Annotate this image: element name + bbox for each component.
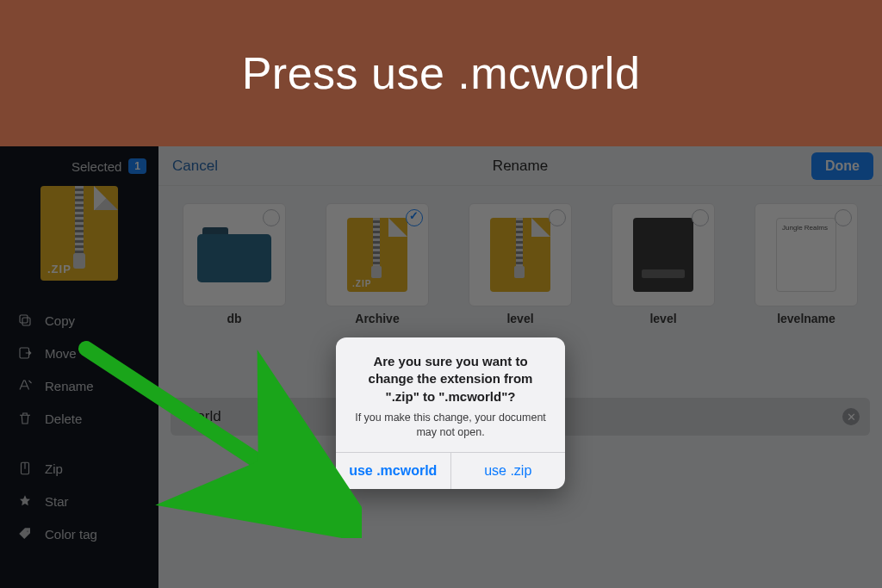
- instruction-banner: Press use .mcworld: [0, 0, 882, 146]
- sidebar-item-zip[interactable]: Zip: [5, 453, 153, 484]
- zip-icon: [17, 461, 33, 476]
- rename-input-value: world: [186, 408, 221, 425]
- zip-label: .ZIP: [47, 263, 71, 275]
- zip-file-icon: .ZIP: [40, 186, 118, 281]
- sidebar-item-label: Rename: [45, 379, 94, 393]
- file-name: level: [649, 312, 676, 325]
- sidebar-item-delete[interactable]: Delete: [5, 403, 153, 434]
- sidebar-item-label: Zip: [45, 461, 63, 476]
- rename-icon: [17, 378, 33, 393]
- topbar: Cancel Rename Done: [158, 146, 882, 186]
- sidebar: Selected 1 .ZIP Copy Move Ren: [0, 146, 158, 588]
- use-mcworld-button[interactable]: use .mcworld: [336, 453, 450, 489]
- file-item-level-zip[interactable]: level: [457, 203, 584, 341]
- topbar-title: Rename: [493, 158, 548, 175]
- star-icon: [17, 493, 33, 509]
- file-grid: db .ZIP Archive level level Jungle Realm…: [158, 186, 882, 341]
- selected-count-badge: 1: [128, 158, 146, 174]
- clear-input-icon[interactable]: ✕: [842, 408, 860, 425]
- select-circle[interactable]: [549, 209, 566, 226]
- use-zip-button[interactable]: use .zip: [450, 453, 566, 489]
- dat-file-icon: [633, 218, 693, 292]
- select-circle[interactable]: [263, 209, 280, 226]
- sidebar-header: Selected 1: [0, 158, 158, 183]
- txt-file-icon: Jungle Realms: [776, 218, 836, 292]
- folder-icon: [197, 227, 271, 282]
- file-item-level-dat[interactable]: level: [599, 203, 727, 341]
- file-sub: [662, 331, 665, 341]
- alert-title: Are you sure you want to change the exte…: [351, 353, 550, 405]
- sidebar-item-star[interactable]: Star: [5, 486, 153, 517]
- sidebar-item-rename[interactable]: Rename: [5, 370, 153, 401]
- sidebar-item-copy[interactable]: Copy: [5, 305, 153, 336]
- tag-icon: [17, 526, 33, 542]
- sidebar-selected-thumb: .ZIP: [28, 186, 131, 289]
- select-circle[interactable]: [406, 209, 423, 226]
- file-item-db[interactable]: db: [171, 203, 298, 341]
- copy-icon: [17, 313, 33, 328]
- select-circle[interactable]: [835, 209, 852, 226]
- file-item-archive[interactable]: .ZIP Archive: [314, 203, 441, 341]
- sidebar-item-move[interactable]: Move: [5, 337, 153, 368]
- sidebar-actions: Copy Move Rename Delete Zip Star: [0, 305, 158, 549]
- svg-point-4: [27, 530, 28, 532]
- select-circle[interactable]: [692, 209, 709, 226]
- file-name: db: [227, 312, 241, 325]
- file-name: level: [506, 312, 533, 325]
- zip-file-icon: .ZIP: [347, 218, 407, 292]
- selected-label: Selected: [71, 159, 121, 174]
- zip-file-icon: [490, 218, 550, 292]
- svg-rect-0: [22, 318, 30, 325]
- sidebar-item-label: Delete: [45, 412, 82, 426]
- cancel-button[interactable]: Cancel: [172, 158, 218, 175]
- file-sub: [233, 331, 236, 341]
- svg-rect-1: [20, 315, 28, 323]
- sidebar-item-label: Copy: [45, 313, 75, 328]
- sidebar-item-label: Color tag: [45, 527, 97, 542]
- file-name: Archive: [355, 312, 399, 325]
- file-item-levelname[interactable]: Jungle Realms levelname: [742, 203, 870, 341]
- instruction-text: Press use .mcworld: [242, 47, 641, 99]
- sidebar-item-color-tag[interactable]: Color tag: [5, 518, 153, 549]
- move-icon: [17, 345, 33, 361]
- extension-change-alert: Are you sure you want to change the exte…: [336, 337, 565, 489]
- done-button[interactable]: Done: [811, 152, 873, 180]
- sidebar-item-label: Move: [45, 346, 77, 361]
- alert-subtitle: If you make this change, your document m…: [351, 411, 550, 440]
- file-name: levelname: [777, 312, 835, 325]
- sidebar-item-label: Star: [45, 494, 69, 509]
- file-sub: [804, 331, 808, 341]
- delete-icon: [17, 411, 33, 426]
